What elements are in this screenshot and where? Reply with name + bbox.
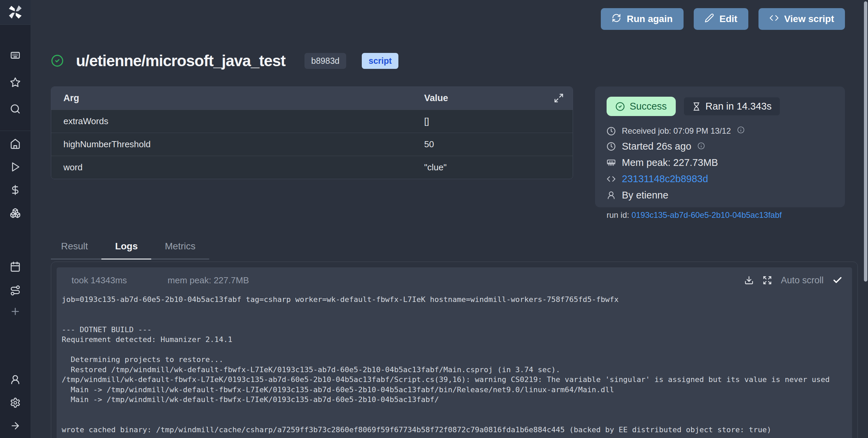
run-again-button[interactable]: Run again	[601, 8, 683, 30]
log-output[interactable]: job=0193c135-ab7d-60e5-2b10-04b5ac13fabf…	[62, 294, 852, 435]
sidebar-item-resources[interactable]	[10, 208, 21, 218]
sidebar-item-user[interactable]	[10, 374, 21, 385]
clock-icon	[607, 127, 616, 136]
run-id-label: run id:	[607, 210, 629, 220]
tab-result[interactable]: Result	[51, 237, 101, 260]
page-title: u/etienne/microsoft_java_test	[76, 52, 285, 70]
script-hash-link[interactable]: 23131148c2b8983d	[622, 173, 708, 185]
received-row: Received job: 07:09 PM 13/12	[607, 126, 833, 136]
sidebar-item-schedules[interactable]	[10, 261, 21, 272]
arg-value: 50	[424, 139, 434, 150]
args-table: Arg Value extraWords [] highNumberThresh…	[51, 87, 573, 179]
tab-logs[interactable]: Logs	[101, 237, 151, 260]
job-run-page: Run again Edit View script u/etienne/mic…	[0, 0, 868, 438]
info-icon[interactable]	[737, 126, 745, 136]
received-label: Received job: 07:09 PM 13/12	[622, 126, 731, 136]
run-id-row: run id: 0193c135-ab7d-60e5-2b10-04b5ac13…	[607, 210, 833, 220]
expand-logs-button[interactable]	[763, 275, 772, 285]
status-label: Success	[630, 101, 667, 112]
download-icon	[744, 275, 754, 285]
sidebar-item-variables[interactable]	[10, 185, 21, 195]
title-row: u/etienne/microsoft_java_test b8983d scr…	[51, 52, 398, 70]
auto-scroll-checkbox[interactable]	[832, 275, 843, 285]
hourglass-icon	[692, 102, 701, 111]
author-label: By etienne	[622, 190, 668, 201]
check-icon	[832, 275, 843, 285]
user-icon	[607, 191, 616, 200]
result-tabs: Result Logs Metrics	[51, 237, 209, 260]
run-id-link[interactable]: 0193c135-ab7d-60e5-2b10-04b5ac13fabf	[631, 210, 782, 220]
sidebar-divider	[0, 131, 31, 131]
arg-value: []	[424, 116, 429, 127]
mem-peak-label: Mem peak: 227.73MB	[622, 157, 718, 168]
table-row: word "clue"	[51, 156, 573, 179]
arg-column-header: Arg	[51, 93, 424, 103]
success-check-icon	[51, 54, 64, 67]
refresh-icon	[612, 13, 621, 25]
logs-card: took 14343ms mem peak: 227.7MB Auto scro…	[51, 262, 858, 438]
logs-took: took 14343ms	[72, 275, 127, 286]
view-script-label: View script	[784, 14, 834, 24]
code-icon	[607, 174, 616, 184]
sidebar-item-favorites[interactable]	[10, 77, 21, 88]
sidebar-collapse-button[interactable]	[10, 420, 21, 431]
auto-scroll-label: Auto scroll	[781, 275, 824, 286]
arg-name: word	[51, 162, 424, 173]
download-logs-button[interactable]	[744, 275, 754, 285]
expand-icon	[763, 275, 772, 285]
clock-icon	[607, 142, 616, 151]
run-again-label: Run again	[627, 14, 672, 24]
sidebar-item-search[interactable]	[10, 103, 21, 114]
arg-name: extraWords	[51, 116, 424, 127]
status-badge: Success	[607, 97, 676, 116]
table-row: highNumberThreshold 50	[51, 133, 573, 156]
script-hash-badge: b8983d	[304, 53, 346, 69]
expand-args-button[interactable]	[554, 93, 564, 103]
logs-toolbar: took 14343ms mem peak: 227.7MB Auto scro…	[57, 267, 852, 290]
duration-label: Ran in 14.343s	[706, 101, 772, 112]
edit-label: Edit	[719, 14, 737, 24]
tab-metrics[interactable]: Metrics	[151, 237, 209, 260]
arg-name: highNumberThreshold	[51, 139, 424, 150]
windmill-logo[interactable]	[0, 0, 31, 25]
memory-icon	[607, 158, 616, 167]
value-column-header: Value	[424, 93, 448, 103]
script-hash-row: 23131148c2b8983d	[607, 173, 833, 185]
sidebar-item-home[interactable]	[10, 138, 21, 149]
view-script-button[interactable]: View script	[758, 8, 845, 30]
logs-panel: took 14343ms mem peak: 227.7MB Auto scro…	[57, 267, 852, 438]
logs-mem-peak: mem peak: 227.7MB	[167, 275, 249, 286]
duration-chip: Ran in 14.343s	[684, 97, 780, 115]
author-row: By etienne	[607, 190, 833, 201]
job-status-panel: Success Ran in 14.343s Received job: 07:…	[595, 87, 845, 207]
info-icon[interactable]	[697, 141, 705, 152]
sidebar	[0, 0, 31, 438]
started-row: Started 26s ago	[607, 141, 833, 152]
sidebar-item-runs[interactable]	[10, 161, 21, 172]
pencil-icon	[705, 13, 714, 25]
sidebar-item-settings[interactable]	[10, 397, 21, 408]
code-icon	[769, 13, 779, 25]
mem-peak-row: Mem peak: 227.73MB	[607, 157, 833, 168]
edit-button[interactable]: Edit	[694, 8, 748, 30]
started-label: Started 26s ago	[622, 141, 691, 152]
sidebar-item-flows[interactable]	[10, 285, 21, 296]
table-row: extraWords []	[51, 110, 573, 133]
args-table-header: Arg Value	[51, 87, 573, 110]
action-buttons: Run again Edit View script	[601, 8, 845, 30]
sidebar-item-apps[interactable]	[10, 51, 21, 61]
circle-check-icon	[615, 102, 625, 111]
page-scrollbar[interactable]	[864, 1, 867, 282]
arg-value: "clue"	[424, 162, 447, 173]
sidebar-item-add[interactable]	[10, 306, 21, 317]
script-type-badge[interactable]: script	[362, 53, 398, 69]
